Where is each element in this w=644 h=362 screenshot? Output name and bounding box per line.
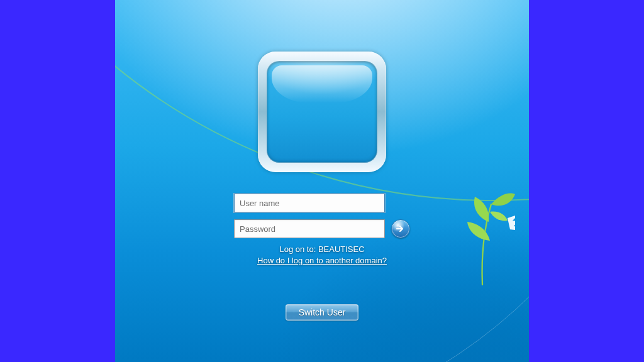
password-input[interactable] [234,219,385,238]
logon-domain-label: Log on to: BEAUTISEC [279,244,364,254]
switch-user-button[interactable]: Switch User [286,304,359,321]
arrow-right-icon [396,224,406,234]
username-input[interactable] [234,194,385,212]
page-letterbox: Log on to: BEAUTISEC How do I log on to … [0,0,644,362]
other-domain-help-link[interactable]: How do I log on to another domain? [257,256,387,265]
logon-screen: Log on to: BEAUTISEC How do I log on to … [115,0,529,362]
submit-button[interactable] [391,219,410,238]
user-avatar-frame [258,52,386,172]
